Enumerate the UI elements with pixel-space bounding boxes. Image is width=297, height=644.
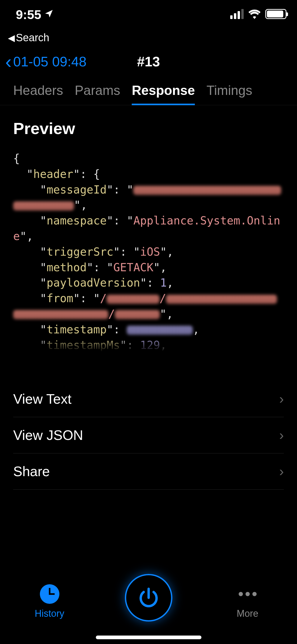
status-right bbox=[230, 9, 286, 19]
json-number: 1 bbox=[160, 276, 167, 289]
bottom-tab-bar: History More bbox=[0, 559, 297, 644]
tab-headers[interactable]: Headers bbox=[13, 83, 63, 105]
json-key: messageId bbox=[46, 183, 107, 196]
action-label: View JSON bbox=[13, 427, 83, 443]
action-list: View Text › View JSON › Share › bbox=[0, 381, 297, 490]
fade-overlay bbox=[0, 336, 297, 352]
chevron-right-icon: › bbox=[279, 463, 284, 479]
cellular-icon bbox=[230, 9, 244, 19]
tab-label: Headers bbox=[13, 83, 63, 98]
back-button[interactable]: ‹ 01-05 09:48 bbox=[0, 52, 87, 71]
json-key: timestamp bbox=[46, 323, 107, 336]
redacted-value bbox=[13, 201, 74, 210]
clock-icon bbox=[40, 584, 59, 604]
json-key: payloadVersion bbox=[46, 276, 140, 289]
json-string: / bbox=[100, 292, 107, 305]
chevron-right-icon: › bbox=[279, 427, 284, 443]
bottom-tab-label: More bbox=[237, 608, 258, 619]
tab-response[interactable]: Response bbox=[132, 83, 195, 105]
action-label: Share bbox=[13, 463, 50, 479]
status-time: 9:55 bbox=[16, 7, 41, 22]
power-icon bbox=[137, 586, 161, 610]
json-key: method bbox=[46, 261, 87, 274]
action-label: View Text bbox=[13, 391, 72, 407]
bottom-tab-history[interactable]: History bbox=[10, 584, 89, 619]
ellipsis-icon bbox=[239, 584, 257, 604]
tab-params[interactable]: Params bbox=[75, 83, 120, 105]
battery-icon bbox=[265, 9, 286, 19]
json-string: iOS bbox=[140, 245, 160, 258]
redacted-value bbox=[166, 295, 277, 304]
redacted-value bbox=[133, 186, 281, 195]
json-key: namespace bbox=[46, 214, 107, 227]
power-circle bbox=[125, 574, 172, 622]
action-view-text[interactable]: View Text › bbox=[13, 381, 284, 417]
bottom-tab-more[interactable]: More bbox=[208, 584, 287, 619]
status-time-group: 9:55 bbox=[16, 7, 54, 22]
back-to-app[interactable]: ◀ Search bbox=[0, 32, 297, 48]
action-share[interactable]: Share › bbox=[13, 453, 284, 490]
back-to-app-label: Search bbox=[16, 32, 49, 44]
redacted-value bbox=[13, 310, 108, 319]
location-icon bbox=[44, 9, 54, 21]
json-preview[interactable]: { "header": { "messageId": " ", "namespa… bbox=[0, 146, 297, 352]
home-indicator[interactable] bbox=[96, 636, 201, 639]
tab-timings[interactable]: Timings bbox=[206, 83, 252, 105]
chevron-right-icon: › bbox=[279, 391, 284, 407]
json-key: from bbox=[46, 292, 73, 305]
status-bar: 9:55 bbox=[0, 0, 297, 32]
json-string: GETACK bbox=[113, 261, 153, 274]
chevron-left-icon: ‹ bbox=[5, 52, 12, 71]
json-key: triggerSrc bbox=[46, 245, 113, 258]
section-title: Preview bbox=[0, 105, 297, 146]
redacted-value bbox=[127, 326, 193, 335]
back-triangle-icon: ◀ bbox=[8, 33, 15, 43]
action-view-json[interactable]: View JSON › bbox=[13, 417, 284, 453]
back-button-label: 01-05 09:48 bbox=[13, 54, 87, 70]
redacted-value bbox=[107, 295, 159, 304]
navigation-bar: ‹ 01-05 09:48 #13 bbox=[0, 48, 297, 75]
tab-bar: Headers Params Response Timings bbox=[0, 75, 297, 105]
redacted-value bbox=[115, 310, 160, 319]
bottom-tab-label: History bbox=[35, 608, 64, 619]
power-button[interactable] bbox=[109, 574, 188, 629]
tab-label: Params bbox=[75, 83, 120, 98]
tab-label: Response bbox=[132, 83, 195, 98]
tab-label: Timings bbox=[206, 83, 252, 98]
json-key: header bbox=[33, 168, 73, 181]
wifi-icon bbox=[248, 9, 261, 19]
